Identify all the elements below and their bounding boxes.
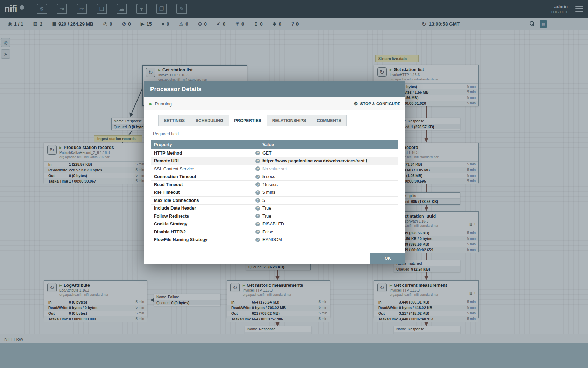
ok-button[interactable]: OK: [370, 253, 405, 264]
gear-icon: ⚙: [354, 101, 358, 107]
property-name: Remote URL: [154, 158, 180, 163]
property-value: GET: [262, 151, 272, 156]
property-row[interactable]: FlowFile Naming Strategy?RANDOM: [151, 236, 398, 244]
property-value: DISABLED: [262, 222, 284, 226]
property-row[interactable]: Remote URL?https://www.pegelonline.wsv.d…: [151, 157, 398, 165]
tab-comments[interactable]: COMMENTS: [311, 115, 347, 126]
help-icon[interactable]: ?: [255, 166, 260, 171]
help-icon[interactable]: ?: [255, 175, 260, 179]
property-value: True: [262, 214, 271, 219]
nifi-app: ◎ ➤ Stream live-dataIngest station recor…: [0, 0, 588, 368]
help-icon[interactable]: ?: [255, 151, 260, 155]
property-name: HTTP Method: [154, 151, 182, 156]
property-row[interactable]: Connection Timeout?5 secs: [151, 173, 398, 181]
property-value: https://www.pegelonline.wsv.de/webservic…: [262, 158, 366, 163]
tab-settings[interactable]: SETTINGS: [158, 115, 190, 126]
help-icon[interactable]: ?: [255, 230, 260, 234]
help-icon[interactable]: ?: [255, 198, 260, 203]
info-icon[interactable]: ℹ: [366, 158, 368, 163]
property-name: FlowFile Naming Strategy: [154, 237, 208, 242]
property-row[interactable]: Max Idle Connections?5: [151, 197, 398, 205]
property-name: Connection Timeout: [154, 174, 196, 179]
property-value: 15 secs: [262, 182, 278, 187]
property-value: False: [262, 230, 273, 234]
property-name: Include Date Header: [154, 206, 196, 211]
property-name: Disable HTTP/2: [154, 230, 186, 234]
property-row[interactable]: SSL Context Service?No value set: [151, 165, 398, 173]
tab-relationships[interactable]: RELATIONSHIPS: [267, 115, 312, 126]
properties-table: Property Value HTTP Method?GETRemote URL…: [151, 140, 398, 246]
property-name: Follow Redirects: [154, 214, 189, 219]
help-icon[interactable]: ?: [255, 159, 260, 163]
stop-and-configure-button[interactable]: ⚙ STOP & CONFIGURE: [354, 101, 400, 107]
help-icon[interactable]: ?: [255, 214, 260, 218]
property-name: Idle Timeout: [154, 190, 180, 195]
property-column-header: Property: [151, 142, 261, 147]
help-icon[interactable]: ?: [255, 206, 260, 211]
property-row[interactable]: Follow Redirects?True: [151, 212, 398, 220]
help-icon[interactable]: ?: [255, 190, 260, 195]
help-icon[interactable]: ?: [255, 238, 260, 242]
run-status-label: Running: [155, 101, 172, 107]
property-value: RANDOM: [262, 237, 282, 242]
property-row[interactable]: HTTP Method?GET: [151, 149, 398, 157]
property-value: 5 secs: [262, 174, 275, 179]
property-value: No value set: [262, 166, 287, 171]
property-row[interactable]: Include Date Header?True: [151, 205, 398, 213]
property-name: SSL Context Service: [154, 166, 194, 171]
processor-details-dialog: Processor Details ▶ Running ⚙ STOP & CON…: [144, 81, 405, 264]
property-row[interactable]: Disable HTTP/2?False: [151, 228, 398, 236]
dialog-tabs: SETTINGSSCHEDULINGPROPERTIESRELATIONSHIP…: [158, 115, 397, 126]
value-column-header: Value: [261, 142, 274, 147]
tab-properties[interactable]: PROPERTIES: [229, 115, 267, 126]
run-status-icon: ▶: [149, 102, 152, 106]
properties-table-header: Property Value: [151, 140, 398, 149]
property-row[interactable]: [151, 244, 398, 246]
dialog-title: Processor Details: [144, 81, 405, 97]
property-row[interactable]: Idle Timeout?5 mins: [151, 189, 398, 197]
property-name: Cookie Strategy: [154, 222, 187, 226]
property-name: Read Timeout: [154, 182, 183, 187]
property-value: True: [262, 206, 271, 211]
help-icon[interactable]: ?: [255, 182, 260, 187]
property-row[interactable]: Cookie Strategy?DISABLED: [151, 220, 398, 229]
tab-scheduling[interactable]: SCHEDULING: [190, 115, 229, 126]
property-row[interactable]: Read Timeout?15 secs: [151, 181, 398, 189]
dialog-status-row: ▶ Running ⚙ STOP & CONFIGURE: [144, 97, 405, 110]
stop-and-configure-label: STOP & CONFIGURE: [360, 102, 400, 106]
property-value: 5 mins: [262, 190, 275, 195]
property-name: Max Idle Connections: [154, 198, 199, 203]
required-field-note: Required field: [153, 131, 405, 136]
help-icon[interactable]: ?: [255, 222, 260, 226]
property-value: 5: [262, 198, 265, 203]
